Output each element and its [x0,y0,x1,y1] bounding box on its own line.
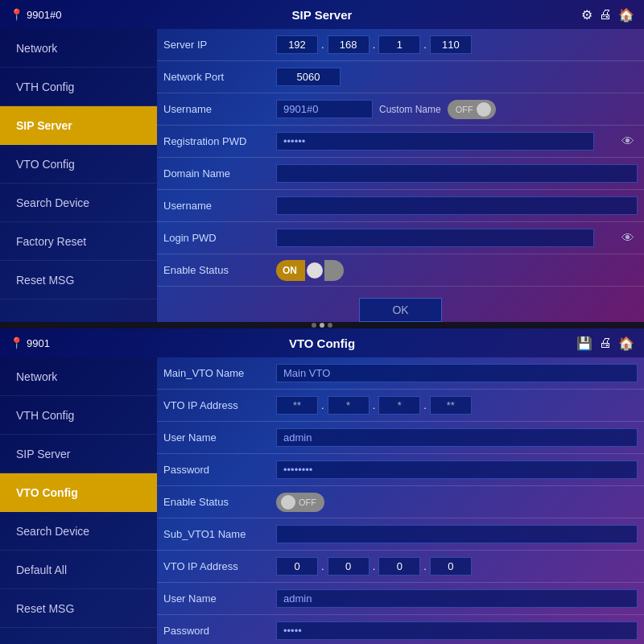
ip-seg-c[interactable] [378,35,420,54]
sidebar-item-vtoconfig-top[interactable]: VTO Config [0,145,157,184]
panel-title-bottom: VTO Config [289,336,355,350]
username2-label: Username [163,200,276,212]
sub-password-input[interactable] [276,621,638,640]
sub-vto1-name-row: Sub_VTO1 Name [157,518,644,551]
username-label: Username [163,103,276,115]
sub-vto1-name-input[interactable] [276,525,638,543]
toggle-on-label: ON [276,260,305,281]
main-vto-ip-d[interactable] [430,396,472,415]
network-port-input[interactable] [276,68,341,86]
sub-vto-ip-label: VTO IP Address [163,560,276,572]
sidebar-item-defaultall-bottom[interactable]: Default All [0,551,157,589]
panel-title-top: SIP Server [292,8,353,22]
domain-name-input[interactable] [276,164,638,183]
print-icon-top[interactable]: 🖨 [599,7,612,22]
reg-pwd-label: Registration PWD [163,135,276,147]
enable-status-value: ON [276,260,638,281]
sub-vto-ip-row-inner: . . . [276,557,638,576]
ip-seg-a[interactable] [276,35,318,54]
username-vto-input[interactable] [276,428,638,447]
sidebar-item-network-top[interactable]: Network [0,29,157,68]
username2-input[interactable] [276,196,638,215]
home-icon-top[interactable]: 🏠 [618,7,634,23]
domain-name-row: Domain Name [157,158,644,190]
sub-vto-ip-d[interactable] [430,557,472,576]
toggle-off-label: OFF [452,105,477,114]
network-port-label: Network Port [163,71,276,83]
toggle-thumb-vto [281,495,295,510]
sidebar-item-searchdevice-top[interactable]: Search Device [0,184,157,222]
sidebar-item-resetmsg-top[interactable]: Reset MSG [0,261,157,299]
sidebar-item-sipserver-top[interactable]: SIP Server [0,106,157,145]
sub-password-row: Password [157,615,644,644]
password-vto-row: Password [157,454,644,486]
enable-status-row: Enable Status ON [157,254,644,287]
device-id-text-bottom: 9901 [27,337,50,349]
sidebar-item-vthconfig-top[interactable]: VTH Config [0,68,157,106]
domain-name-label: Domain Name [163,167,276,180]
username-row: Username Custom Name OFF [157,93,644,126]
reg-pwd-input[interactable] [276,132,594,151]
toggle-thumb-enable [307,262,323,279]
sidebar-item-vthconfig-bottom[interactable]: VTH Config [0,396,157,435]
home-icon-bottom[interactable]: 🏠 [618,336,634,351]
device-id-text-top: 9901#0 [27,9,61,21]
username2-value [276,196,638,215]
title-icons-bottom: 💾 🖨 🏠 [576,336,634,351]
device-id-top: 📍 9901#0 [10,8,61,21]
login-pwd-eye-icon[interactable]: 👁 [618,231,638,246]
ip-seg-b[interactable] [328,35,369,54]
login-pwd-input[interactable] [276,229,594,247]
ip-seg-d[interactable] [430,35,472,54]
login-pwd-label: Login PWD [163,232,276,244]
password-vto-label: Password [163,464,276,476]
custom-name-toggle[interactable]: OFF [448,100,496,119]
sub-username-value [276,589,638,608]
main-vto-ip-b[interactable] [328,396,369,415]
login-pwd-row: Login PWD 👁 [157,222,644,254]
main-vto-ip-c[interactable] [378,396,420,415]
username2-row: Username [157,190,644,222]
sidebar-item-vtoconfig-bottom[interactable]: VTO Config [0,473,157,512]
enable-status-vto-toggle[interactable]: OFF [276,493,324,512]
username-input[interactable] [276,100,373,118]
vto-config-panel: 📍 9901 VTO Config 💾 🖨 🏠 Network VTH Conf… [0,328,644,644]
custom-name-area: Custom Name OFF [276,100,638,119]
main-vto-name-input[interactable] [276,364,638,382]
username-vto-label: User Name [163,431,276,444]
settings-icon-top[interactable]: ⚙ [581,7,592,23]
sub-username-input[interactable] [276,589,638,608]
network-port-row: Network Port [157,61,644,93]
pin-icon-top: 📍 [10,8,23,21]
main-content-top: Server IP . . . Network Port [157,29,644,322]
sub-password-value [276,621,638,640]
main-vto-name-value [276,364,638,382]
sidebar-item-network-bottom[interactable]: Network [0,357,157,396]
sub-username-row: User Name [157,583,644,615]
enable-status-vto-label: Enable Status [163,496,276,508]
enable-status-toggle[interactable]: ON [276,260,344,281]
sidebar-top: Network VTH Config SIP Server VTO Config… [0,29,157,322]
password-vto-value [276,460,638,479]
sd-icon-bottom[interactable]: 💾 [576,336,592,351]
title-bar-top: 📍 9901#0 SIP Server ⚙ 🖨 🏠 [0,0,644,29]
sub-vto-ip-c[interactable] [378,557,420,576]
print-icon-bottom[interactable]: 🖨 [599,336,612,350]
sidebar-bottom: Network VTH Config SIP Server VTO Config… [0,357,157,644]
reg-pwd-eye-icon[interactable]: 👁 [618,134,638,149]
username-vto-value [276,428,638,447]
vto-ip-row: VTO IP Address . . . [157,390,644,422]
password-vto-input[interactable] [276,460,638,479]
sidebar-item-resetmsg-bottom[interactable]: Reset MSG [0,589,157,628]
sidebar-item-searchdevice-bottom[interactable]: Search Device [0,512,157,551]
toggle-thumb [477,102,491,117]
enable-status-label: Enable Status [163,264,276,276]
sidebar-item-factoryreset-top[interactable]: Factory Reset [0,222,157,261]
main-vto-ip-a[interactable] [276,396,318,415]
sidebar-item-sipserver-bottom[interactable]: SIP Server [0,435,157,473]
enable-status-vto-row: Enable Status OFF [157,486,644,518]
sub-vto-ip-b[interactable] [328,557,369,576]
ok-button[interactable]: OK [359,298,441,322]
sub-vto-ip-a[interactable] [276,557,318,576]
reg-pwd-row: Registration PWD 👁 [157,126,644,158]
